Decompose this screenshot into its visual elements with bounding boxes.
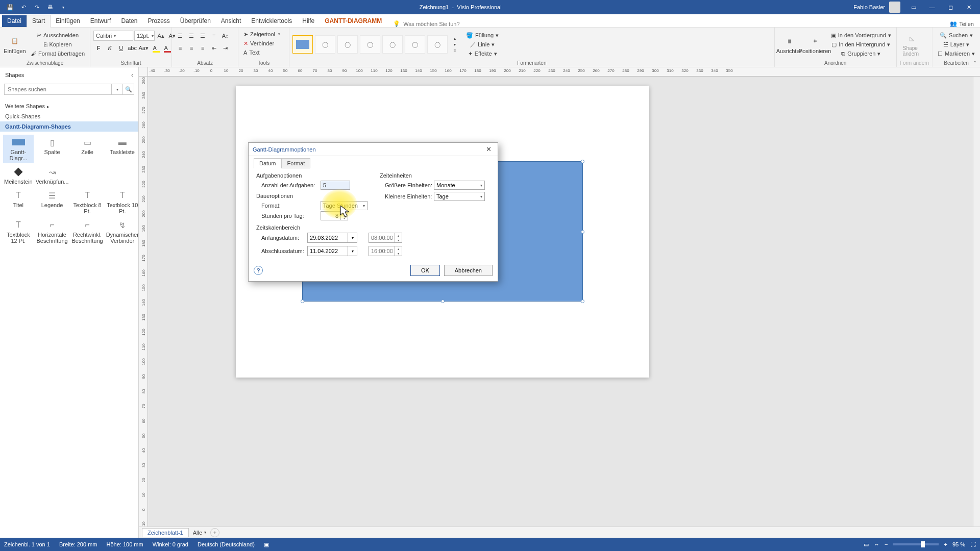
align-left-icon[interactable]: ≡	[175, 43, 185, 53]
cancel-button[interactable]: Abbrechen	[444, 265, 493, 276]
spin-up-icon[interactable]: ▴	[341, 212, 348, 216]
send-back-button[interactable]: ▢In den Hintergrund▾	[829, 40, 893, 49]
orientation-icon[interactable]: A↕	[220, 31, 230, 41]
stencil-item[interactable]: TTitel	[3, 188, 34, 216]
maximize-icon[interactable]: ◻	[941, 0, 960, 14]
tab-design[interactable]: Entwurf	[85, 15, 116, 27]
tab-process[interactable]: Prozess	[142, 15, 175, 27]
highlight-button[interactable]: A	[150, 43, 160, 53]
stencil-item[interactable]: ▭Zeile	[70, 135, 104, 163]
gantt-shapes-stencil[interactable]: Gantt-Diagramm-Shapes	[0, 121, 138, 132]
dialog-tab-format[interactable]: Format	[281, 158, 310, 168]
font-size-combo[interactable]: 12pt.▾	[134, 31, 155, 41]
end-time-spinner[interactable]: ▴▾	[395, 246, 402, 256]
line-button[interactable]: ／Linie▾	[464, 40, 501, 49]
print-icon[interactable]: 🖶	[45, 2, 55, 12]
align-right-icon[interactable]: ≡	[198, 43, 208, 53]
share-button[interactable]: 👥 Teilen	[950, 20, 974, 27]
stencil-item[interactable]: Gantt-Diagr...	[3, 135, 34, 163]
collapse-pane-icon[interactable]: ‹	[131, 71, 133, 79]
stencil-item[interactable]: ▬Taskleiste	[105, 135, 140, 163]
redo-icon[interactable]: ↷	[32, 2, 42, 12]
gallery-more-icon[interactable]: ≡	[450, 47, 460, 54]
end-time-input[interactable]	[369, 246, 395, 256]
fit-page-icon[interactable]: ⛶	[970, 541, 976, 547]
dialog-tab-date[interactable]: Datum	[254, 158, 281, 168]
stencil-item[interactable]: ▯Spalte	[35, 135, 70, 163]
presentation-mode-icon[interactable]: ▭	[864, 541, 869, 548]
font-name-combo[interactable]: Calibri▾	[93, 31, 133, 41]
gallery-up-icon[interactable]: ▴	[450, 35, 460, 41]
format-painter-button[interactable]: 🖌Format übertragen	[29, 49, 87, 58]
ribbon-options-icon[interactable]: ▭	[904, 0, 923, 14]
tell-me-search[interactable]: 💡 Was möchten Sie tun?	[393, 20, 459, 27]
selection-handle[interactable]	[441, 299, 445, 303]
zoom-level[interactable]: 95 %	[952, 541, 965, 547]
close-icon[interactable]: ✕	[960, 0, 978, 14]
spin-up-icon[interactable]: ▴	[395, 233, 402, 238]
ok-button[interactable]: OK	[410, 265, 440, 276]
macro-record-icon[interactable]: ▣	[264, 541, 269, 548]
zoom-out-icon[interactable]: −	[885, 541, 888, 547]
zoom-slider-knob[interactable]	[921, 541, 925, 547]
spin-down-icon[interactable]: ▾	[341, 216, 348, 220]
gallery-down-icon[interactable]: ▾	[450, 41, 460, 47]
spin-down-icon[interactable]: ▾	[395, 251, 402, 256]
find-button[interactable]: 🔍Suchen▾	[936, 31, 977, 40]
format-select[interactable]: Tage Stunden▾	[321, 201, 368, 210]
hours-per-day-input[interactable]	[321, 211, 341, 220]
selection-handle[interactable]	[301, 299, 304, 303]
page-tab-1[interactable]: Zeichenblatt-1	[142, 528, 189, 537]
dialog-titlebar[interactable]: Gantt-Diagrammoptionen ✕	[249, 143, 498, 156]
style-item[interactable]: ◯	[337, 35, 358, 54]
bullets-icon[interactable]: ≡	[209, 31, 219, 41]
minor-units-select[interactable]: Tage▾	[434, 192, 485, 201]
align-button[interactable]: ⫼Ausrichten	[778, 30, 801, 59]
tab-developer[interactable]: Entwicklertools	[246, 15, 297, 27]
align-center-icon[interactable]: ≡	[186, 43, 197, 53]
underline-button[interactable]: U	[116, 43, 126, 53]
more-shapes-link[interactable]: Weitere Shapes▸	[0, 101, 138, 111]
indent-decrease-icon[interactable]: ⇤	[209, 43, 219, 53]
start-date-input[interactable]	[307, 233, 348, 243]
selection-handle[interactable]	[581, 230, 584, 234]
fill-button[interactable]: 🪣Füllung▾	[464, 31, 501, 40]
style-item[interactable]: ◯	[382, 35, 403, 54]
stencil-item[interactable]: TTextblock 8 Pt.	[70, 188, 104, 216]
stencil-item[interactable]: ↯Dynamischer Verbinder	[105, 217, 140, 246]
tab-review[interactable]: Überprüfen	[175, 15, 216, 27]
indent-increase-icon[interactable]: ⇥	[220, 43, 230, 53]
status-language[interactable]: Deutsch (Deutschland)	[198, 541, 255, 547]
help-icon[interactable]: ?	[254, 266, 263, 275]
collapse-ribbon-icon[interactable]: ⌃	[973, 60, 977, 66]
quick-shapes-link[interactable]: Quick-Shapes	[0, 111, 138, 121]
increase-font-icon[interactable]: A▴	[156, 31, 166, 41]
undo-icon[interactable]: ↶	[18, 2, 29, 12]
stencil-item[interactable]: TTextblock 10 Pt.	[105, 188, 140, 216]
stencil-item[interactable]: TTextblock 12 Pt.	[3, 217, 34, 246]
close-icon[interactable]: ✕	[483, 144, 494, 155]
spin-up-icon[interactable]: ▴	[395, 246, 402, 251]
group-button[interactable]: ⧉Gruppieren▾	[829, 49, 893, 58]
bold-button[interactable]: F	[93, 43, 104, 53]
italic-button[interactable]: K	[105, 43, 115, 53]
effects-button[interactable]: ✦Effekte▾	[464, 49, 501, 58]
page-width-icon[interactable]: ↔	[874, 541, 879, 547]
add-page-button[interactable]: +	[210, 528, 219, 537]
task-count-input[interactable]	[321, 181, 350, 190]
quick-styles-gallery[interactable]: ◯ ◯ ◯ ◯ ◯ ◯ ▴ ▾ ≡	[292, 35, 460, 54]
tab-file[interactable]: Datei	[2, 15, 27, 27]
select-button[interactable]: ☐Markieren▾	[936, 49, 977, 58]
connector-tool-button[interactable]: ✕Verbinder	[241, 39, 276, 48]
major-units-select[interactable]: Monate▾	[434, 181, 485, 190]
minimize-icon[interactable]: —	[923, 0, 941, 14]
paste-button[interactable]: 📋 Einfügen	[3, 30, 27, 59]
qat-customize-icon[interactable]: ▾	[58, 2, 68, 12]
stencil-item[interactable]: Meilenstein	[3, 164, 34, 187]
tab-data[interactable]: Daten	[116, 15, 142, 27]
zoom-slider[interactable]	[893, 543, 939, 545]
tab-help[interactable]: Hilfe	[297, 15, 320, 27]
position-button[interactable]: ⌗Positionieren	[803, 30, 827, 59]
align-top-icon[interactable]: ☰	[175, 31, 185, 41]
align-bottom-icon[interactable]: ☰	[198, 31, 208, 41]
